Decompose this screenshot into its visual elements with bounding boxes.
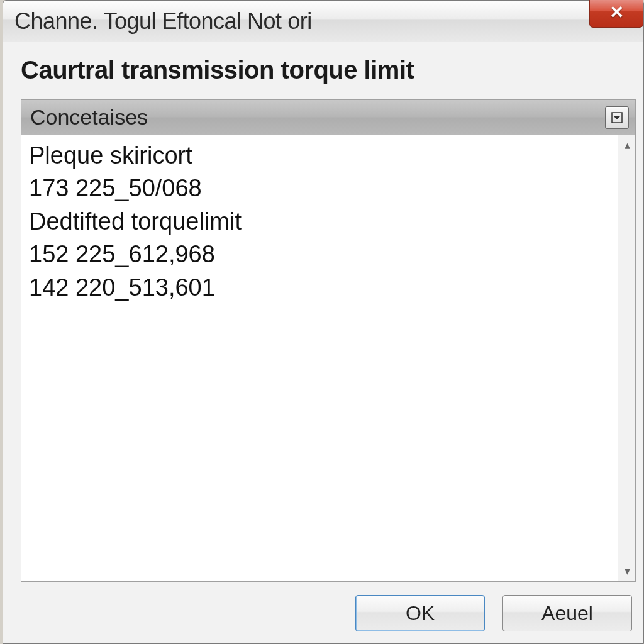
panel-header: Concetaises	[21, 100, 635, 135]
cancel-button-label: Aeuel	[541, 602, 593, 625]
panel-title: Concetaises	[30, 105, 148, 130]
scroll-up-icon[interactable]: ▴	[621, 139, 633, 152]
dialog-window: Channe. Togul Eftoncal Not ori ✕ Caurtra…	[3, 0, 644, 644]
list-area: Pleque skiricort 173 225_50/068 Dedtifte…	[21, 135, 635, 581]
close-button[interactable]: ✕	[589, 0, 643, 28]
dropdown-button[interactable]	[605, 106, 629, 129]
list-content[interactable]: Pleque skiricort 173 225_50/068 Dedtifte…	[21, 135, 618, 581]
chevron-down-icon	[611, 112, 623, 123]
list-item: 142 220_513,601	[29, 271, 611, 304]
dialog-heading: Caurtral transmission torque limit	[21, 56, 636, 84]
window-title: Channe. Togul Eftoncal Not ori	[14, 8, 312, 35]
list-item: 152 225_612,968	[29, 238, 611, 270]
vertical-scrollbar[interactable]: ▴ ▾	[618, 135, 635, 581]
list-item: Pleque skiricort	[29, 139, 611, 172]
close-icon: ✕	[609, 4, 624, 21]
content-panel: Concetaises Pleque skiricort 173 225_50/…	[21, 99, 636, 582]
list-item: Dedtifted torquelimit	[29, 205, 611, 238]
list-item: 173 225_50/068	[29, 172, 611, 204]
ok-button[interactable]: OK	[355, 595, 485, 631]
client-area: Caurtral transmission torque limit Conce…	[3, 42, 643, 643]
titlebar[interactable]: Channe. Togul Eftoncal Not ori ✕	[3, 1, 643, 42]
ok-button-label: OK	[406, 602, 435, 625]
scroll-down-icon[interactable]: ▾	[621, 565, 633, 577]
cancel-button[interactable]: Aeuel	[502, 595, 632, 631]
button-row: OK Aeuel	[21, 582, 636, 636]
